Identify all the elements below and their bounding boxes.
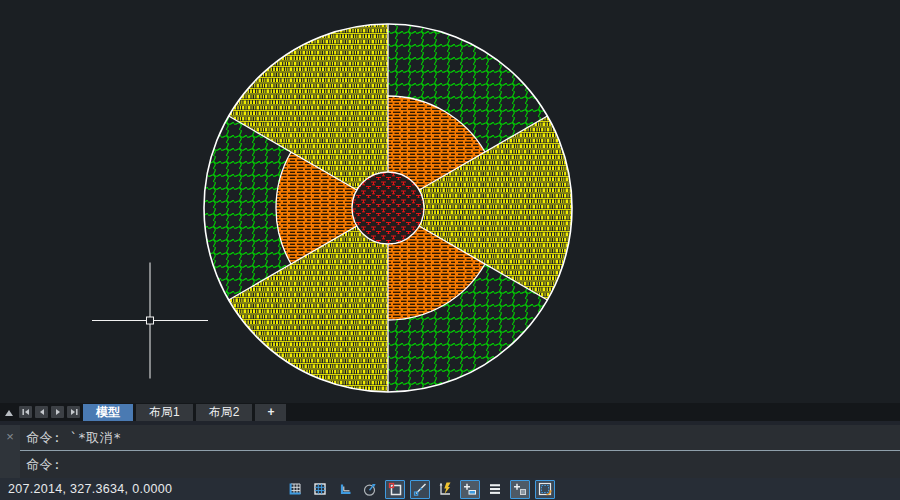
annotation-scale-icon[interactable] (535, 480, 555, 499)
drawing-canvas[interactable] (0, 0, 900, 403)
next-tab-icon[interactable] (51, 406, 64, 418)
tab-layout1[interactable]: 布局1 (136, 404, 193, 421)
status-bar: 207.2014, 327.3634, 0.0000 (0, 478, 900, 500)
dynamic-input-icon[interactable] (435, 480, 455, 499)
first-tab-icon[interactable] (19, 406, 32, 418)
cad-window: 模型 布局1 布局2 + × 命令: `*取消* 命令: 207.2014, 3… (0, 0, 900, 500)
coordinates-readout[interactable]: 207.2014, 327.3634, 0.0000 (8, 478, 172, 500)
lineweight-icon[interactable] (460, 480, 480, 499)
command-window: × 命令: `*取消* 命令: (0, 421, 900, 478)
polar-tracking-icon[interactable] (360, 480, 380, 499)
ortho-icon[interactable] (335, 480, 355, 499)
tab-layout2[interactable]: 布局2 (196, 404, 253, 421)
snap-grid-icon[interactable] (285, 480, 305, 499)
grid-display-icon[interactable] (310, 480, 330, 499)
command-history-line: 命令: `*取消* (20, 425, 900, 450)
last-tab-icon[interactable] (67, 406, 80, 418)
tabbar-expand-icon[interactable] (2, 405, 16, 419)
tab-new-layout[interactable]: + (255, 404, 286, 421)
object-snap-tracking-icon[interactable] (410, 480, 430, 499)
prev-tab-icon[interactable] (35, 406, 48, 418)
selection-cycling-icon[interactable] (510, 480, 530, 499)
layout-tabbar: 模型 布局1 布局2 + (0, 403, 900, 421)
command-gutter: × (0, 425, 20, 478)
command-close-icon[interactable]: × (6, 430, 14, 443)
hub-circle[interactable] (352, 172, 424, 244)
command-prompt-line[interactable]: 命令: (20, 451, 900, 478)
object-snap-icon[interactable] (385, 480, 405, 499)
quick-properties-icon[interactable] (485, 480, 505, 499)
tab-model[interactable]: 模型 (83, 404, 133, 421)
status-toggle-group (285, 479, 555, 499)
